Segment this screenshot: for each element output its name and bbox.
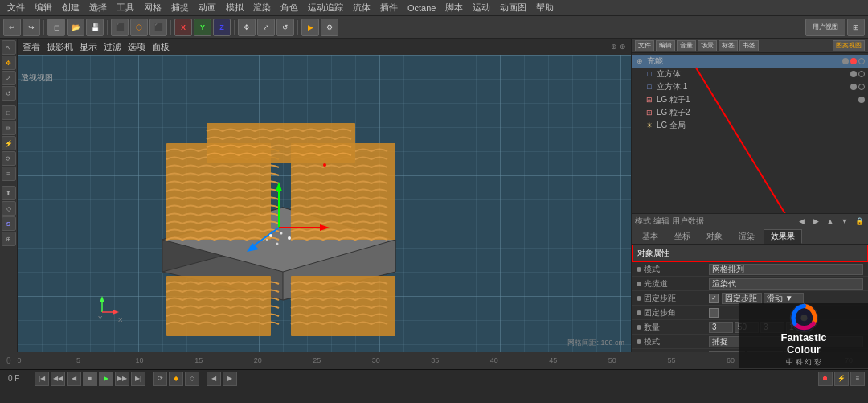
btn-play-fwd[interactable]: ▶	[99, 372, 113, 386]
attr-check-angle[interactable]	[709, 308, 719, 318]
toolbar-mode-edge[interactable]: ⬡	[130, 19, 148, 36]
menu-file[interactable]: 文件	[3, 1, 29, 14]
toolbar-new[interactable]: ◻	[47, 19, 65, 36]
sidebar-S[interactable]: S	[2, 216, 16, 231]
attr-value-mode[interactable]: 网格排列	[709, 264, 863, 275]
btn-loop[interactable]: ⟳	[153, 372, 167, 386]
attr-value-flow[interactable]: 渲染代	[709, 278, 863, 290]
toolbar-save[interactable]: 💾	[86, 19, 104, 36]
attr-step-fixed[interactable]: 固定步距	[722, 293, 762, 304]
rp-audio-btn[interactable]: 音量	[677, 40, 696, 51]
menu-edit[interactable]: 编辑	[31, 1, 56, 14]
sidebar-loop[interactable]: ⟳	[2, 151, 16, 166]
btn-goto-end[interactable]: ▶|	[131, 372, 145, 386]
attr-lock[interactable]: 🔒	[854, 216, 865, 227]
sidebar-bridge[interactable]: ≡	[2, 167, 16, 181]
menu-simulate[interactable]: 模拟	[222, 1, 248, 14]
toolbar-render-settings[interactable]: ⚙	[321, 19, 338, 36]
rp-view-mode[interactable]: 图案视图	[833, 40, 865, 51]
vp-menu-options[interactable]: 选项	[128, 41, 145, 53]
menu-render[interactable]: 渲染	[249, 1, 275, 14]
menu-motion[interactable]: 运动	[469, 1, 494, 14]
toolbar-open[interactable]: 📂	[67, 19, 84, 36]
attr-nav-next[interactable]: ▶	[810, 216, 821, 227]
toolbar-redo[interactable]: ↪	[23, 19, 40, 36]
btn-stop[interactable]: ■	[83, 372, 97, 386]
sidebar-box[interactable]: □	[2, 105, 16, 120]
btn-autokey[interactable]: ⚡	[834, 372, 849, 386]
menu-mesh[interactable]: 网格	[140, 1, 166, 14]
scene-item-2[interactable]: □ 立方体.1	[632, 80, 868, 93]
vp-menu-filter[interactable]: 过滤	[104, 41, 121, 53]
sidebar-bevel[interactable]: ◇	[2, 201, 16, 216]
timeline-scale[interactable]: 0 5 10 15 20 25 30 35 40 45 50 55 60 65 …	[18, 352, 862, 370]
attr-tab-render[interactable]: 渲染	[731, 229, 762, 244]
rp-tag-btn[interactable]: 标签	[719, 40, 738, 51]
btn-next-key[interactable]: ▶	[223, 372, 237, 386]
menu-help[interactable]: 帮助	[532, 1, 558, 14]
vp-menu-panel[interactable]: 面板	[152, 41, 170, 53]
menu-plugin[interactable]: 插件	[376, 1, 402, 14]
rp-file-btn[interactable]: 文件	[635, 40, 654, 51]
scene-item-0[interactable]: ⊕ 充能	[632, 55, 868, 68]
attr-count-v1[interactable]: 3	[709, 322, 733, 333]
attr-nav-up[interactable]: ▲	[825, 216, 836, 227]
toolbar-render-view[interactable]: ▶	[301, 19, 319, 36]
attr-tab-effects[interactable]: 效果果	[764, 229, 802, 244]
toolbar-arrange[interactable]: ⊞	[847, 19, 865, 36]
menu-octane[interactable]: Octane	[403, 2, 440, 14]
menu-motion-track[interactable]: 运动追踪	[304, 1, 347, 14]
vp-menu-camera[interactable]: 摄影机	[47, 41, 73, 53]
toolbar-scale[interactable]: ⤢	[257, 19, 275, 36]
scene-item-1[interactable]: □ 立方体	[632, 68, 868, 80]
toolbar-layout[interactable]: 用户视图	[805, 19, 845, 36]
btn-key-add[interactable]: ◆	[169, 372, 183, 386]
sidebar-pen[interactable]: ✏	[2, 121, 16, 135]
attr-nav-down[interactable]: ▼	[839, 216, 850, 227]
attr-step-slide[interactable]: 滑动 ▼	[764, 293, 804, 304]
menu-animate[interactable]: 动画	[194, 1, 220, 14]
btn-prev-key[interactable]: ◀	[207, 372, 221, 386]
scene-item-4[interactable]: ⊞ LG 粒子2	[632, 106, 868, 119]
attr-nav-prev[interactable]: ◀	[796, 216, 807, 227]
scene-item-5[interactable]: ☀ LG 全局	[632, 119, 868, 132]
sidebar-knife[interactable]: ⚡	[2, 136, 16, 150]
btn-step-fwd[interactable]: ▶▶	[115, 372, 129, 386]
toolbar-rotate[interactable]: ↺	[276, 19, 294, 36]
toolbar-move[interactable]: ✥	[238, 19, 256, 36]
vp-menu-display[interactable]: 显示	[80, 41, 97, 53]
sidebar-move[interactable]: ✥	[2, 56, 16, 70]
attr-tab-basic[interactable]: 基本	[635, 229, 665, 244]
btn-play-back[interactable]: ◀	[67, 372, 81, 386]
vp-menu-view[interactable]: 查看	[23, 41, 40, 53]
btn-key-del[interactable]: ◇	[185, 372, 199, 386]
menu-fluid[interactable]: 流体	[349, 1, 375, 14]
attr-tab-coord[interactable]: 坐标	[667, 229, 698, 244]
menu-create[interactable]: 创建	[58, 1, 84, 14]
attr-tab-object[interactable]: 对象	[699, 229, 730, 244]
rp-edit-btn[interactable]: 编辑	[656, 40, 675, 51]
sidebar-magnet[interactable]: ⊕	[2, 232, 16, 246]
toolbar-mode-point[interactable]: ⬛	[111, 19, 129, 36]
rp-scene-btn[interactable]: 场景	[698, 40, 717, 51]
toolbar-axis-y[interactable]: Y	[194, 19, 211, 36]
sidebar-rotate[interactable]: ↺	[2, 86, 16, 101]
attr-check-step[interactable]: ✓	[709, 294, 719, 303]
toolbar-axis-x[interactable]: X	[174, 19, 192, 36]
btn-step-back[interactable]: ◀◀	[51, 372, 65, 386]
menu-script[interactable]: 脚本	[441, 1, 467, 14]
menu-tools[interactable]: 工具	[113, 1, 138, 14]
scene-item-3[interactable]: ⊞ LG 粒子1	[632, 93, 868, 106]
btn-record[interactable]: ⏺	[818, 372, 833, 386]
btn-goto-start[interactable]: |◀	[35, 372, 49, 386]
menu-anim-graph[interactable]: 动画图	[496, 1, 530, 14]
btn-timeline-toggle[interactable]: ≡	[850, 372, 865, 386]
sidebar-extrude[interactable]: ⬆	[2, 186, 16, 200]
toolbar-axis-z[interactable]: Z	[213, 19, 231, 36]
toolbar-mode-poly[interactable]: ⬛	[149, 19, 167, 36]
sidebar-scale[interactable]: ⤢	[2, 71, 16, 85]
menu-character[interactable]: 角色	[276, 1, 302, 14]
toolbar-undo[interactable]: ↩	[3, 19, 21, 36]
sidebar-select[interactable]: ↖	[2, 40, 16, 55]
menu-snap[interactable]: 捕捉	[167, 1, 193, 14]
